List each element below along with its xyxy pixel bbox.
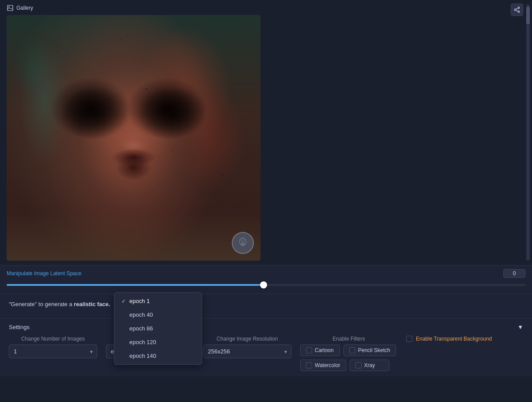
main-image-container <box>7 15 260 261</box>
gallery-label: Gallery <box>16 5 33 11</box>
dropdown-item-epoch140[interactable]: epoch 140 <box>114 349 202 363</box>
face-features <box>7 15 260 261</box>
svg-point-3 <box>241 239 245 242</box>
filters-label: Enable Filters <box>300 336 397 342</box>
svg-line-10 <box>516 10 518 11</box>
resolution-select[interactable]: 256x256 512x512 1024x1024 <box>203 345 291 358</box>
latent-header: Manipulate Image Latent Space 0 <box>7 269 525 278</box>
check-mark: ✓ <box>121 298 127 304</box>
gallery-section: Gallery <box>0 0 532 265</box>
gallery-header: Gallery <box>7 4 525 11</box>
svg-line-9 <box>516 8 518 9</box>
filters-group: Enable Filters Cartoon Pencil Sketch <box>300 336 397 371</box>
svg-point-7 <box>518 11 520 13</box>
xray-label: Xray <box>364 362 375 368</box>
watercolor-label: Watercolor <box>315 362 340 368</box>
transparent-bg-label: Enable Transparent Background <box>416 336 492 342</box>
transparent-bg-group: Enable Transparent Background <box>406 336 503 342</box>
resolution-label: Change Image Resolution <box>203 336 291 342</box>
filter-row-2: Watercolor Xray <box>300 360 397 371</box>
share-button[interactable] <box>511 4 523 16</box>
xray-checkbox <box>355 362 362 368</box>
latent-section: Manipulate Image Latent Space 0 <box>0 265 532 294</box>
epoch-dropdown[interactable]: ✓ epoch 1 epoch 40 epoch 86 epoch 120 ep… <box>114 292 202 365</box>
cartoon-label: Cartoon <box>315 347 334 353</box>
gallery-icon <box>7 4 14 11</box>
settings-section: Settings ▼ Change Number of Images 1 2 4… <box>0 319 532 376</box>
pencil-sketch-label: Pencil Sketch <box>358 347 390 353</box>
number-images-select[interactable]: 1 2 4 <box>9 345 97 358</box>
generate-section: "Generate" to generate a realistic face.… <box>0 294 532 319</box>
number-images-label: Change Number of Images <box>9 336 97 342</box>
pencil-sketch-checkbox <box>349 347 355 353</box>
filter-row-1: Cartoon Pencil Sketch <box>300 345 397 356</box>
watercolor-checkbox <box>306 362 312 368</box>
watercolor-filter-button[interactable]: Watercolor <box>300 360 346 371</box>
slider-thumb[interactable] <box>260 281 267 288</box>
latent-slider-container[interactable] <box>7 281 525 289</box>
filter-buttons: Cartoon Pencil Sketch Watercolor Xray <box>300 345 397 371</box>
watermark-badge <box>232 232 254 254</box>
generate-text: "Generate" to generate a realistic face. <box>9 301 523 307</box>
share-icon <box>514 7 520 13</box>
settings-collapse-button[interactable]: ▼ <box>517 324 523 330</box>
svg-rect-0 <box>8 5 13 11</box>
settings-grid: Change Number of Images 1 2 4 ▼ epoch 1 … <box>9 336 523 371</box>
resolution-group: Change Image Resolution 256x256 512x512 … <box>203 336 291 358</box>
latent-title: Manipulate Image Latent Space <box>7 270 81 277</box>
scroll-bar[interactable] <box>526 4 530 261</box>
slider-track <box>7 284 525 286</box>
transparent-bg-checkbox[interactable] <box>406 336 412 342</box>
face-image <box>7 15 260 261</box>
settings-header: Settings ▼ <box>9 324 523 330</box>
scroll-thumb <box>526 7 530 24</box>
number-images-group: Change Number of Images 1 2 4 ▼ <box>9 336 97 358</box>
dropdown-item-epoch40[interactable]: epoch 40 <box>114 308 202 322</box>
svg-point-8 <box>514 9 516 11</box>
watermark-icon <box>236 236 249 250</box>
svg-point-1 <box>8 6 9 7</box>
latent-value: 0 <box>503 269 525 278</box>
transparent-bg-row: Enable Transparent Background <box>406 336 503 342</box>
resolution-select-wrapper: 256x256 512x512 1024x1024 ▼ <box>203 345 291 358</box>
pencil-sketch-filter-button[interactable]: Pencil Sketch <box>343 345 396 356</box>
dropdown-item-epoch1[interactable]: ✓ epoch 1 <box>114 294 202 308</box>
cartoon-filter-button[interactable]: Cartoon <box>300 345 340 356</box>
xray-filter-button[interactable]: Xray <box>350 360 389 371</box>
check-mark-empty <box>121 312 127 318</box>
dropdown-item-epoch86[interactable]: epoch 86 <box>114 322 202 335</box>
slider-fill <box>7 284 266 286</box>
svg-point-6 <box>518 7 520 9</box>
number-images-select-wrapper: 1 2 4 ▼ <box>9 345 97 358</box>
dropdown-item-epoch120[interactable]: epoch 120 <box>114 335 202 349</box>
cartoon-checkbox <box>306 347 312 353</box>
settings-title: Settings <box>9 324 30 330</box>
